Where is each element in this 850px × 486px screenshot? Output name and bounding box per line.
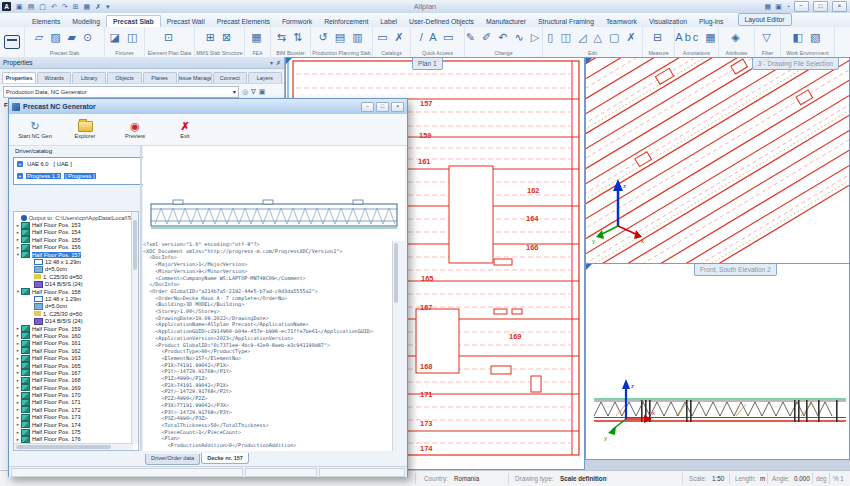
ribbon-group[interactable]: ↺ ▤ ▥ Production Planning Slab [311,27,373,57]
elevation-view-tab[interactable]: Front, South Elevation 2 [694,263,777,276]
ribbon-group[interactable]: ⇆ ⇅ BIM Booster [271,27,311,57]
close-button[interactable]: × [832,1,847,12]
ribbon-tab[interactable]: Structural Framing [532,16,600,27]
ribbon-group[interactable]: ▱ ▨ ▰ ⊙ Precast Slab [25,27,105,57]
ribbon-tab[interactable]: Teamwork [600,16,643,27]
ribbon-group-icons[interactable]: ⊟ [653,29,664,46]
tree-item[interactable]: d=5.0cm [15,266,138,273]
tree-item[interactable]: 1. C25/30 d=50 [15,310,138,317]
ribbon-group-icons[interactable]: ◧ ▧ [793,29,823,46]
view-icon[interactable]: ▦ [765,3,772,11]
ribbon-tab[interactable]: Layout Editor [738,13,792,26]
ribbon-group[interactable]: ⊞ ⊠ MMS Slab Structure [195,27,245,57]
dialog-bottom-tab[interactable]: Driver/Order data [145,454,200,465]
dialog-toolbar-button[interactable]: ◉ Preview [113,116,157,143]
assign-icon[interactable]: ▣ [259,88,266,96]
quick-access-icon[interactable]: ▾ [106,2,110,11]
tree-item[interactable]: 12.48 x 1.29m [15,258,138,265]
quick-access-icon[interactable]: ▤ [28,2,35,11]
properties-tab[interactable]: Properties [2,72,36,83]
tree-vertical-scrollbar[interactable] [131,212,138,444]
help-icon[interactable]: ◔ [786,3,790,10]
ribbon-tab[interactable]: Manufacturer [480,16,532,27]
xml-vertical-scrollbar[interactable] [392,241,399,451]
task-board-button[interactable] [0,27,25,57]
tree-item[interactable]: ▸ Half Floor Pos. 161 [15,340,138,347]
tree-item[interactable]: ▸ Half Floor Pos. 169 [15,384,138,391]
tree-item[interactable]: ▸ Half Floor Pos. 153 [15,221,138,228]
tree-item[interactable]: ▾ Half Floor Pos. 157 [15,251,138,258]
tree-item[interactable]: ▸ Half Floor Pos. 155 [15,236,138,243]
tree-item[interactable]: ▸ Half Floor Pos. 168 [15,377,138,384]
panel-close-icon[interactable]: ✗ [276,59,281,66]
tree-item[interactable]: ▸ Half Floor Pos. 174 [15,421,138,428]
tree-item[interactable]: ▸ Half Floor Pos. 165 [15,362,138,369]
properties-tab[interactable]: Issue Manager [178,72,212,83]
ribbon-group[interactable]: ▦ FEA [245,27,271,57]
maximize-button[interactable]: □ [813,1,828,12]
tree-item[interactable]: ▸ Half Floor Pos. 176 [15,436,138,443]
ribbon-group[interactable]: ▭ ✗ Catalogs [373,27,411,57]
ribbon-group-icons[interactable]: ◪ ◫ [110,29,140,46]
ribbon-group-icons[interactable]: ⇆ ⇅ [277,29,305,46]
dialog-maximize-button[interactable]: □ [376,102,389,112]
ribbon-tab[interactable]: Reinforcement [318,16,374,27]
ribbon-tab[interactable]: Precast Slab [106,15,161,27]
ribbon-group-icons[interactable]: ◈ [731,29,741,46]
ribbon-group[interactable]: Abc ▦ Annotations [675,27,719,57]
tree-item[interactable]: ▸ Half Floor Pos. 156 [15,244,138,251]
tree-item[interactable]: ▸ Half Floor Pos. 162 [15,347,138,354]
ribbon-group-icons[interactable]: ✎ ✐ ↶ ∿ ▷ [466,29,542,46]
xml-viewer[interactable]: <?xml version="1.0" encoding="utf-8"?><X… [143,241,399,451]
tree-item[interactable]: ▸ Half Floor Pos. 163 [15,354,138,361]
tree-item[interactable]: ▸ Half Floor Pos. 173 [15,414,138,421]
tree-item[interactable]: ▾ Half Floor Pos. 158 [15,288,138,295]
ribbon-group-icons[interactable]: ▭ ✗ [377,29,406,46]
ribbon-group[interactable]: ▽ Filter [755,27,781,57]
minimize-button[interactable]: − [794,1,809,12]
ribbon-group[interactable]: ▯ ◫ ◿ △ ▢ ✗ Edit [543,27,643,57]
tree-item[interactable]: ▸ Half Floor Pos. 171 [15,399,138,406]
dialog-minimize-button[interactable]: − [361,102,374,112]
ribbon-group-icons[interactable]: ⊡ [164,29,175,46]
elevation-viewport[interactable]: z x y Front, South Elevation 2 [585,263,850,460]
angle-value[interactable]: 0.000 [794,475,810,482]
dialog-title-bar[interactable]: Precast NC Generator − □ × [9,99,407,115]
length-value[interactable]: m [760,475,765,482]
ribbon-group-icons[interactable]: Abc ▦ [675,29,717,46]
ribbon-group-icons[interactable]: ⊞ ⊠ [206,29,234,46]
ribbon-group-icons[interactable]: ▽ [762,29,772,46]
ribbon-tab[interactable]: Visualization [643,16,693,27]
ribbon-tab[interactable]: Precast Elements [211,16,276,27]
dialog-toolbar-button[interactable]: ↻ Start NC Gen [13,116,57,143]
properties-tab[interactable]: Objects [107,72,141,83]
tree-item[interactable]: 1. C25/30 d=50 [15,273,138,280]
tree-item[interactable]: ▸ Half Floor Pos. 154 [15,229,138,236]
scale-value[interactable]: 1:50 [712,475,724,482]
quick-access-icon[interactable]: ✗ [95,2,101,11]
ribbon-tab[interactable]: Elements [26,16,66,27]
properties-tab[interactable]: Library [72,72,106,83]
ribbon-group-icons[interactable]: ▯ ◫ ◿ △ ▢ ✗ [547,29,637,46]
ribbon-group[interactable]: ⊡ Element Plan Data [145,27,195,57]
dialog-toolbar-button[interactable]: Explorer [63,116,107,143]
tree-item[interactable]: ▸ Half Floor Pos. 167 [15,369,138,376]
ribbon-tab[interactable]: Precast Wall [161,16,211,27]
palette-selector[interactable]: Production Data, NC Generator ▾ [3,86,239,98]
ribbon-group[interactable]: ✎ ✐ ↶ ∿ ▷ Change [465,27,543,57]
tree-item[interactable]: ▸ Half Floor Pos. 175 [15,428,138,435]
properties-tab[interactable]: Wizards [37,72,71,83]
tree-item[interactable]: ▸ Half Floor Pos. 172 [15,406,138,413]
tree-horizontal-scrollbar[interactable] [14,443,133,450]
plan-view-tab[interactable]: Plan 1 [412,57,443,70]
ribbon-group-icons[interactable]: ↺ ▤ ▥ [318,29,364,46]
tree-item[interactable]: Output to: C:\Users\cpr\AppData\Local\Te… [15,214,138,221]
ribbon-group-icons[interactable]: ▱ ▨ ▰ ⊙ [35,29,95,46]
dialog-bottom-tab[interactable]: Decke nr. 157 [201,453,249,464]
properties-tab[interactable]: Layers [248,72,282,83]
ribbon-group[interactable]: ◪ ◫ Fixtures [105,27,145,57]
ribbon-group[interactable]: ◈ Attributes [719,27,755,57]
ribbon-tab[interactable]: Plug-ins [693,16,730,27]
tree-item[interactable]: D14 B/5/S (24) [15,317,138,324]
ribbon-tab[interactable]: User-Defined Objects [403,16,480,27]
